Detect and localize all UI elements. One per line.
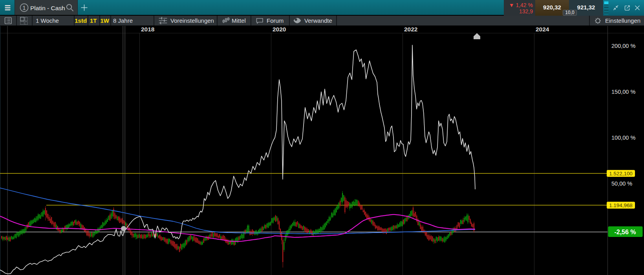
svg-text:1: 1 xyxy=(23,5,26,11)
svg-text:100,00 %: 100,00 % xyxy=(611,135,635,141)
svg-text:Platin - Cash: Platin - Cash xyxy=(30,5,65,11)
svg-text:2022: 2022 xyxy=(404,26,417,33)
svg-text:2020: 2020 xyxy=(273,26,286,33)
svg-text:1.194,968: 1.194,968 xyxy=(609,202,633,208)
svg-text:200,00 %: 200,00 % xyxy=(611,43,635,49)
svg-text:50,00 %: 50,00 % xyxy=(611,180,632,187)
svg-text:1.522,100: 1.522,100 xyxy=(609,171,633,177)
svg-text:-2,56 %: -2,56 % xyxy=(614,229,636,235)
svg-text:150,00 %: 150,00 % xyxy=(611,89,635,95)
svg-text:2024: 2024 xyxy=(536,26,549,33)
svg-text:2018: 2018 xyxy=(141,26,155,33)
